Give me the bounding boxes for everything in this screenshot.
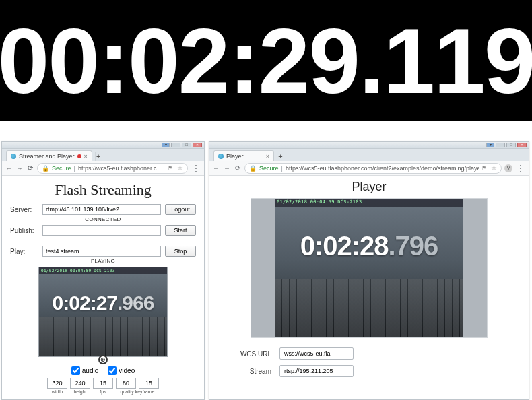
nav-back-button[interactable]: ←	[5, 164, 13, 172]
row-wcs-url: WCS URL	[238, 347, 521, 360]
player-video: 01/02/2018 00:04:59 DCS-2103 0:02:28.796	[275, 199, 463, 337]
video-timer-main: 0:02:28	[300, 231, 389, 261]
video-timer-ms: .966	[117, 292, 154, 314]
param-width-label: width	[47, 389, 67, 394]
tab-title: Streamer and Player	[19, 153, 75, 160]
secure-label: Secure	[52, 165, 71, 172]
top-timer-banner: 00:02:29.119	[0, 0, 532, 121]
translate-icon[interactable]: ⚑	[481, 165, 488, 172]
param-height-input[interactable]	[70, 378, 90, 389]
status-playing: PLAYING	[10, 258, 196, 264]
publish-label: Publish:	[10, 227, 38, 234]
player-form: WCS URL Stream	[238, 347, 521, 377]
tab-close-button[interactable]: ×	[84, 153, 88, 160]
video-timer-overlay: 0:02:27.966	[39, 292, 167, 314]
start-button[interactable]: Start	[165, 225, 196, 236]
stop-button[interactable]: Stop	[165, 246, 196, 257]
row-server: Server: Logout	[10, 204, 196, 215]
nav-back-button[interactable]: ←	[212, 164, 220, 172]
translate-icon[interactable]: ⚑	[168, 165, 174, 172]
page-flash-streaming: Flash Streaming Server: Logout CONNECTED…	[2, 176, 204, 399]
os-user-button[interactable]: ▾	[162, 143, 170, 147]
audio-checkbox-label[interactable]: audio	[71, 366, 98, 375]
nav-reload-button[interactable]: ⟳	[26, 164, 34, 172]
os-close-button[interactable]: ×	[517, 143, 527, 147]
url-input[interactable]	[78, 165, 165, 172]
extension-icon[interactable]: V	[504, 164, 512, 172]
browser-window-streamer: ▾ – □ × Streamer and Player × + ← → ⟳ 🔒 …	[1, 141, 205, 400]
logout-button[interactable]: Logout	[165, 204, 196, 215]
param-quality-keyframe-label: quality keyframe	[116, 389, 159, 394]
video-osd-header: 01/02/2018 00:04:59 DCS-2103	[275, 199, 463, 207]
row-play: Play: Stop	[10, 246, 196, 257]
player-stage: 01/02/2018 00:04:59 DCS-2103 0:02:28.796	[251, 198, 488, 338]
tab-player[interactable]: Player ×	[213, 150, 274, 161]
nav-forward-button[interactable]: →	[15, 164, 24, 172]
param-height-label: height	[70, 389, 90, 394]
tab-strip: Player × +	[209, 149, 529, 161]
os-user-button[interactable]: ▾	[486, 143, 494, 147]
params-labels: width height fps quality keyframe	[10, 389, 196, 394]
favicon-icon	[11, 154, 16, 159]
address-bar[interactable]: 🔒 Secure | ⚑ ☆	[244, 163, 502, 174]
url-separator: |	[74, 165, 75, 172]
os-minimize-button[interactable]: –	[496, 143, 505, 147]
os-close-button[interactable]: ×	[193, 143, 202, 147]
tab-title: Player	[226, 153, 263, 160]
page-title: Player	[218, 180, 521, 194]
os-maximize-button[interactable]: □	[182, 143, 191, 147]
wcs-url-input[interactable]	[279, 347, 354, 360]
url-separator: |	[281, 165, 283, 172]
audio-checkbox[interactable]	[71, 366, 80, 375]
bookmark-icon[interactable]: ☆	[177, 164, 183, 172]
os-titlebar: ▾ – □ ×	[209, 142, 529, 149]
stream-input[interactable]	[279, 365, 354, 377]
param-fps-input[interactable]	[93, 378, 113, 389]
browser-window-player: ▾ – □ × Player × + ← → ⟳ 🔒 Secure | ⚑ ☆	[209, 141, 529, 400]
url-bar: ← → ⟳ 🔒 Secure | ⚑ ☆ ⋮	[2, 161, 204, 176]
video-label: video	[119, 367, 135, 374]
os-minimize-button[interactable]: –	[171, 143, 180, 147]
params-row	[10, 378, 196, 389]
wcs-url-label: WCS URL	[238, 350, 271, 358]
param-keyframe-input[interactable]	[139, 378, 159, 389]
browser-windows-row: ▾ – □ × Streamer and Player × + ← → ⟳ 🔒 …	[0, 141, 532, 400]
video-checkbox[interactable]	[108, 366, 117, 375]
new-tab-button[interactable]: +	[277, 152, 284, 161]
video-preview: 01/02/2018 00:04:59 DCS-2103 0:02:27.966…	[38, 267, 168, 357]
play-label: Play:	[10, 248, 38, 255]
param-width-input[interactable]	[47, 378, 67, 389]
nav-reload-button[interactable]: ⟳	[234, 164, 242, 172]
nav-forward-button[interactable]: →	[223, 164, 231, 172]
os-maximize-button[interactable]: □	[506, 143, 516, 147]
os-titlebar: ▾ – □ ×	[2, 142, 204, 149]
secure-label: Secure	[259, 165, 279, 172]
video-timer-overlay: 0:02:28.796	[275, 231, 463, 261]
video-timer-ms: .796	[389, 231, 438, 261]
page-title: Flash Streaming	[10, 181, 196, 199]
address-bar[interactable]: 🔒 Secure | ⚑ ☆	[37, 163, 188, 174]
url-input[interactable]	[286, 165, 479, 172]
server-input[interactable]	[42, 204, 161, 215]
tab-close-button[interactable]: ×	[266, 153, 269, 160]
status-publish	[10, 237, 196, 243]
url-bar: ← → ⟳ 🔒 Secure | ⚑ ☆ V ⋮	[209, 161, 529, 176]
gap	[0, 121, 532, 141]
magnify-icon[interactable]: ⊕	[98, 355, 108, 364]
recording-icon	[77, 154, 81, 158]
new-tab-button[interactable]: +	[95, 152, 102, 161]
param-quality-input[interactable]	[116, 378, 136, 389]
publish-input[interactable]	[42, 225, 161, 236]
bookmark-icon[interactable]: ☆	[491, 164, 497, 172]
row-publish: Publish: Start	[10, 225, 196, 236]
tab-streamer-player[interactable]: Streamer and Player ×	[6, 150, 92, 161]
param-fps-label: fps	[93, 389, 113, 394]
stream-label: Stream	[238, 368, 271, 375]
browser-menu-button[interactable]: ⋮	[191, 164, 201, 173]
video-subject-keyboard	[275, 279, 463, 337]
browser-menu-button[interactable]: ⋮	[515, 164, 526, 173]
video-timer-main: 0:02:27	[53, 292, 117, 314]
video-checkbox-label[interactable]: video	[108, 366, 135, 375]
play-input[interactable]	[42, 246, 161, 257]
video-osd-header: 01/02/2018 00:04:59 DCS-2103	[39, 267, 167, 274]
